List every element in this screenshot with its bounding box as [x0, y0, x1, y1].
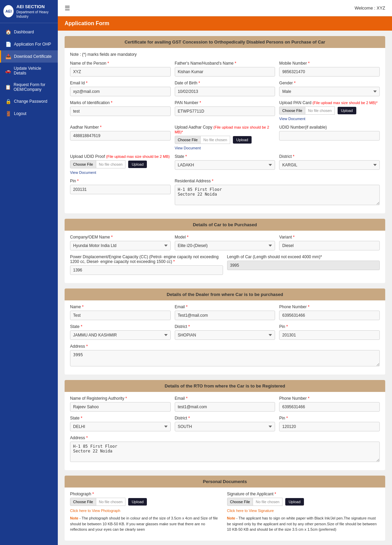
rto-district-select[interactable]: SOUTH SHOPIAN KARGIL — [175, 422, 275, 431]
fathers-name-input[interactable] — [175, 67, 275, 77]
dealer-district-group: District * SHOPIAN SOUTH KARGIL — [175, 324, 275, 340]
rto-state-select[interactable]: DELHI JAMMU AND KASHMIR LADAKH — [70, 422, 171, 431]
rto-name-group: Name of Registering Authority * — [70, 396, 171, 412]
udid-choose-button[interactable]: Choose File — [70, 160, 96, 168]
model-select[interactable]: Elite i20-(Diesel) — [175, 241, 275, 250]
upload-aadhar-label: Upload Aadhar Copy (File upload max size… — [175, 125, 275, 134]
sidebar-item-dashboard[interactable]: 🏠 Dashboard — [0, 26, 58, 38]
variant-input[interactable] — [279, 241, 380, 250]
length-label: Length of Car (Length should not exceed … — [227, 254, 380, 259]
dob-input[interactable] — [175, 87, 275, 96]
company-select[interactable]: Hyundai Motor India Ltd — [70, 241, 171, 250]
dealer-section-body: Name * Email * Phone Number * State * — [65, 300, 385, 375]
rto-email-label: Email * — [175, 396, 275, 401]
rto-email-group: Email * — [175, 396, 275, 412]
udid-upload-button[interactable]: Upload — [128, 161, 147, 168]
rto-pin-input[interactable] — [279, 422, 380, 431]
rto-address-textarea[interactable]: H-1 85 First Floor Sectore 22 Noida — [70, 442, 380, 462]
pan-upload-button[interactable]: Upload — [338, 107, 356, 114]
photo-choose-button[interactable]: Choose File — [70, 498, 96, 506]
sidebar-item-change-password[interactable]: 🔒 Change Password — [0, 95, 58, 108]
pan-choose-button[interactable]: Choose File — [279, 106, 305, 115]
aadhar-upload-button[interactable]: Upload — [233, 136, 252, 144]
dealer-email-input[interactable] — [175, 311, 275, 320]
sidebar-item-download-cert[interactable]: 📥 Download Certificate — [0, 50, 58, 63]
rto-state-group: State * DELHI JAMMU AND KASHMIR LADAKH — [70, 416, 171, 431]
sidebar-item-request-form[interactable]: 📋 Request Form for OEM/Company — [0, 79, 58, 95]
car-section-card: Details of Car to be Purchased Company/O… — [65, 219, 385, 283]
dealer-address-label: Address * — [70, 344, 380, 349]
pan-file-group: Choose File No file chosen Upload — [279, 106, 380, 115]
address-textarea[interactable]: H-1 85 First Floor Sectore 22 Noida — [175, 185, 380, 205]
dealer-state-select[interactable]: JAMMU AND KASHMIR DELHI LADAKH — [70, 330, 171, 340]
rto-name-label: Name of Registering Authority * — [70, 396, 171, 401]
car-section-header: Details of Car to be Purchased — [65, 219, 385, 231]
rto-email-input[interactable] — [175, 402, 275, 412]
sidebar-item-logout[interactable]: 🚪 Logout — [0, 108, 58, 120]
pan-label: PAN Number * — [175, 100, 275, 105]
pan-input[interactable] — [175, 106, 275, 116]
rto-section-body: Name of Registering Authority * Email * … — [65, 392, 385, 470]
dealer-phone-input[interactable] — [279, 311, 380, 320]
displacement-input[interactable] — [70, 265, 223, 275]
photo-upload-button[interactable]: Upload — [128, 498, 147, 506]
rto-phone-group: Phone Number * — [279, 396, 380, 412]
signature-upload-button[interactable]: Upload — [285, 498, 304, 506]
dealer-name-input[interactable] — [70, 311, 171, 320]
fathers-name-label: Father's Name/Husband's Name * — [175, 61, 275, 66]
aadhar-input[interactable] — [70, 131, 171, 141]
dealer-email-label: Email * — [175, 304, 275, 309]
dealer-state-label: State * — [70, 324, 171, 329]
rto-name-input[interactable] — [70, 402, 171, 412]
length-input[interactable] — [227, 261, 380, 270]
photo-note: Note - The photograph should be in colou… — [70, 515, 223, 532]
mobile-input[interactable] — [279, 67, 380, 77]
dealer-address-group: Address * 3995 — [70, 344, 380, 366]
aadhar-file-name: No file chosen — [201, 136, 230, 144]
aadhar-file-group: Choose File No file chosen Upload — [175, 136, 275, 144]
form-row-2: Email Id * Date of Birth * Gender * Male… — [70, 81, 380, 96]
marks-label: Marks of Identification * — [70, 100, 171, 105]
rto-phone-input[interactable] — [279, 402, 380, 412]
form-row-6: Pin * Residential Address * H-1 85 First… — [70, 179, 380, 205]
model-group: Model * Elite i20-(Diesel) — [175, 235, 275, 250]
udid-view-link[interactable]: View Document — [70, 170, 171, 175]
aadhar-choose-button[interactable]: Choose File — [175, 136, 201, 144]
rto-row-1: Name of Registering Authority * Email * … — [70, 396, 380, 412]
rto-state-label: State * — [70, 416, 171, 420]
dealer-pin-input[interactable] — [279, 330, 380, 340]
district-select[interactable]: KARGIL SOUTH SHOPIAN — [279, 160, 380, 170]
state-group: State * LADAKH DELHI JAMMU AND KASHMIR — [175, 154, 275, 175]
rto-row-3: Address * H-1 85 First Floor Sectore 22 … — [70, 435, 380, 462]
dealer-row-3: Address * 3995 — [70, 344, 380, 366]
signature-view-link[interactable]: Click here to View Signature — [227, 509, 380, 513]
sidebar-item-application-ohp[interactable]: 📄 Application For OHP — [0, 38, 58, 50]
signature-choose-button[interactable]: Choose File — [227, 498, 253, 506]
pin-input[interactable] — [70, 185, 171, 194]
pin-label: Pin * — [70, 179, 171, 183]
dealer-pin-group: Pin * — [279, 324, 380, 340]
pan-view-link[interactable]: View Document — [279, 117, 380, 121]
photo-view-link[interactable]: Click here to View Photograph — [70, 509, 223, 513]
marks-input[interactable] — [70, 106, 171, 116]
dob-label: Date of Birth * — [175, 81, 275, 85]
aadhar-view-link[interactable]: View Document — [175, 146, 275, 150]
address-label: Residential Address * — [175, 179, 380, 183]
menu-toggle[interactable]: ☰ — [65, 4, 70, 12]
email-input[interactable] — [70, 87, 171, 96]
dealer-district-label: District * — [175, 324, 275, 329]
sidebar-item-update-vehicle[interactable]: 🚗 Update Vehicle Details — [0, 63, 58, 79]
model-label: Model * — [175, 235, 275, 240]
rto-district-label: District * — [175, 416, 275, 420]
dealer-phone-group: Phone Number * — [279, 304, 380, 320]
gender-select[interactable]: Male Female Other — [279, 87, 380, 96]
sidebar: AEI AEI SECTION Department of Heavy Indu… — [0, 0, 58, 545]
dealer-district-select[interactable]: SHOPIAN SOUTH KARGIL — [175, 330, 275, 340]
photo-group: Photograph * Choose File No file chosen … — [70, 492, 223, 532]
upload-pan-group: Upload PAN Card (File upload max size sh… — [279, 100, 380, 121]
udid-number-input[interactable] — [279, 131, 380, 141]
state-select[interactable]: LADAKH DELHI JAMMU AND KASHMIR — [175, 160, 275, 170]
dealer-address-textarea[interactable]: 3995 — [70, 350, 380, 366]
displacement-label: Power Displacement/Engine Capacity (CC) … — [70, 254, 223, 264]
name-input[interactable] — [70, 67, 171, 77]
